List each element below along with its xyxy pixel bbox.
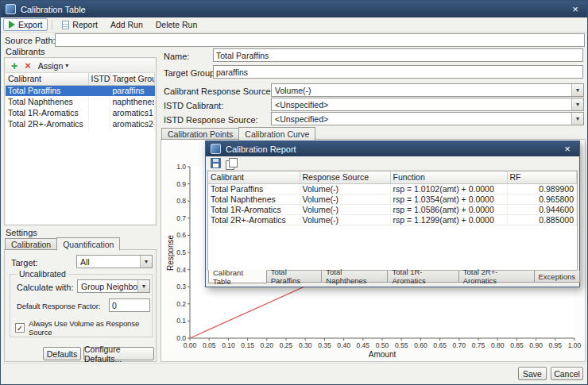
- add-calibrant-icon[interactable]: +: [11, 60, 17, 71]
- report-response-source-cell[interactable]: Volume(-): [300, 183, 390, 194]
- istd-cell[interactable]: [88, 118, 110, 129]
- report-rf-cell[interactable]: 0.944600: [507, 204, 577, 214]
- report-rf-cell[interactable]: 0.965800: [507, 194, 577, 204]
- report-calibrant-cell[interactable]: Total 2R+-Aromatics: [208, 214, 300, 225]
- report-row[interactable]: Total Naphthenes Volume(-) rsp = 1.0354(…: [208, 194, 577, 204]
- delete-run-button[interactable]: Delete Run: [150, 18, 203, 31]
- svg-text:0.50: 0.50: [376, 341, 389, 349]
- istd-cell[interactable]: [88, 107, 110, 118]
- report-function-cell[interactable]: rsp = 1.0354(amt) + 0.0000: [390, 194, 507, 204]
- volume-checkbox-row: ✓ Always Use Volume as Response Source: [15, 319, 152, 337]
- calibrant-response-source-select[interactable]: Volume(-) ▾: [271, 83, 584, 97]
- calibrant-row[interactable]: Total Naphthenes naphthenes: [6, 96, 155, 107]
- report-tab-total-paraffins[interactable]: Total Paraffins: [266, 271, 323, 283]
- report-calibrant-cell[interactable]: Total 1R-Aromatics: [208, 204, 300, 214]
- report-column-response-source[interactable]: Response Source: [300, 171, 390, 183]
- report-dialog-close-icon[interactable]: ×: [560, 142, 574, 156]
- report-response-source-cell[interactable]: Volume(-): [300, 204, 390, 214]
- calibrant-cell[interactable]: Total Naphthenes: [6, 96, 88, 107]
- export-button[interactable]: Export: [3, 18, 48, 31]
- report-tab-exceptions[interactable]: Exceptions: [534, 271, 580, 283]
- report-row[interactable]: Total 1R-Aromatics Volume(-) rsp = 1.058…: [208, 204, 577, 214]
- report-response-source-cell[interactable]: Volume(-): [300, 194, 390, 204]
- source-path-input[interactable]: [55, 33, 585, 47]
- report-function-cell[interactable]: rsp = 1.0102(amt) + 0.0000: [390, 183, 507, 194]
- svg-text:0.25: 0.25: [280, 341, 293, 349]
- tab-calibration[interactable]: Calibration: [5, 238, 57, 250]
- report-response-source-cell[interactable]: Volume(-): [300, 214, 390, 225]
- report-rf-cell[interactable]: 0.885000: [507, 214, 577, 225]
- calculate-with-select[interactable]: Group Neighbor ▾: [77, 279, 150, 293]
- svg-text:0.2: 0.2: [176, 300, 186, 308]
- main-toolbar: Export Report Add Run Delete Run: [1, 17, 587, 33]
- calibrant-cell[interactable]: Total 1R-Aromatics: [6, 107, 88, 118]
- report-row[interactable]: Total Paraffins Volume(-) rsp = 1.0102(a…: [208, 183, 577, 194]
- target-group-cell[interactable]: aromatics1: [110, 107, 155, 118]
- calibrant-row[interactable]: Total 1R-Aromatics aromatics1: [6, 107, 155, 118]
- calibration-table-window: Calibration Table × Export Report Add Ru…: [0, 0, 588, 385]
- save-report-icon[interactable]: [211, 158, 221, 168]
- export-icon: [9, 21, 15, 29]
- report-tabs: Calibrant Table Total Paraffins Total Na…: [208, 271, 579, 283]
- istd-cell[interactable]: [88, 96, 110, 107]
- svg-text:0.30: 0.30: [299, 341, 312, 349]
- column-header-istd[interactable]: ISTD: [88, 73, 110, 85]
- configure-defaults-button[interactable]: Configure Defaults...: [83, 347, 154, 360]
- chart-xlabel: Amount: [190, 350, 574, 359]
- report-column-function[interactable]: Function: [390, 171, 507, 183]
- target-group-cell[interactable]: aromatics2+: [110, 118, 155, 129]
- report-button[interactable]: Report: [56, 18, 103, 31]
- target-group-cell[interactable]: paraffins: [110, 85, 155, 96]
- cancel-button[interactable]: Cancel: [551, 367, 583, 380]
- report-tab-total-1r-aromatics[interactable]: Total 1R-Aromatics: [387, 271, 458, 283]
- name-input[interactable]: [213, 48, 583, 62]
- target-group-cell[interactable]: naphthenes: [110, 96, 155, 107]
- window-close-icon[interactable]: ×: [568, 2, 582, 17]
- tab-calibration-curve[interactable]: Calibration Curve: [238, 127, 315, 141]
- tab-calibration-points[interactable]: Calibration Points: [161, 128, 239, 140]
- column-header-calibrant[interactable]: Calibrant: [6, 73, 88, 85]
- istd-calibrant-value: <Unspecified>: [275, 100, 328, 110]
- report-tab-total-2r-aromatics[interactable]: Total 2R+-Aromatics: [458, 271, 535, 283]
- report-calibrant-cell[interactable]: Total Naphthenes: [208, 194, 300, 204]
- column-header-target-group[interactable]: Target Group: [110, 73, 155, 85]
- uncalibrated-group: Uncalibrated Calculate with: Group Neigh…: [10, 274, 153, 337]
- add-run-button[interactable]: Add Run: [105, 18, 149, 31]
- calibration-report-dialog: Calibration Report × Calibrant Response …: [205, 141, 580, 287]
- istd-calibrant-select[interactable]: <Unspecified> ▾: [271, 98, 584, 111]
- target-group-input[interactable]: [213, 65, 583, 79]
- svg-text:0.60: 0.60: [414, 341, 427, 349]
- save-button[interactable]: Save: [518, 367, 547, 380]
- report-tab-calibrant-table[interactable]: Calibrant Table: [208, 270, 267, 283]
- istd-response-source-select[interactable]: <Unspecified> ▾: [271, 112, 584, 125]
- tab-quantification[interactable]: Quantification: [56, 237, 120, 251]
- report-rf-cell[interactable]: 0.989900: [507, 183, 577, 194]
- report-row[interactable]: Total 2R+-Aromatics Volume(-) rsp = 1.12…: [208, 214, 577, 225]
- calibrant-row[interactable]: Total Paraffins paraffins: [6, 85, 155, 96]
- report-function-cell[interactable]: rsp = 1.0586(amt) + 0.0000: [390, 204, 507, 214]
- default-response-factor-input[interactable]: [109, 298, 150, 312]
- target-select[interactable]: All ▾: [76, 255, 153, 268]
- remove-calibrant-icon[interactable]: ×: [25, 60, 31, 71]
- calibrant-cell[interactable]: Total 2R+-Aromatics: [6, 118, 88, 129]
- calculate-with-value: Group Neighbor: [81, 282, 137, 291]
- report-column-rf[interactable]: RF: [507, 171, 577, 183]
- report-dialog-icon: [211, 144, 221, 154]
- report-toolbar: [207, 156, 578, 171]
- chevron-down-icon: ▾: [65, 62, 68, 69]
- report-calibrant-cell[interactable]: Total Paraffins: [208, 183, 300, 194]
- volume-checkbox[interactable]: ✓: [15, 323, 25, 333]
- assign-dropdown[interactable]: Assign ▾: [38, 61, 69, 71]
- report-tab-total-naphthenes[interactable]: Total Naphthenes: [321, 271, 388, 283]
- report-function-cell[interactable]: rsp = 1.1299(amt) + 0.0000: [390, 214, 507, 225]
- settings-panel: Target: All ▾ Uncalibrated Calculate wit…: [4, 249, 157, 362]
- copy-report-icon[interactable]: [226, 158, 237, 169]
- report-column-calibrant[interactable]: Calibrant: [208, 171, 300, 183]
- calibrant-row[interactable]: Total 2R+-Aromatics aromatics2+: [6, 118, 155, 129]
- chevron-down-icon: ▾: [571, 113, 583, 125]
- defaults-button[interactable]: Defaults: [43, 347, 81, 360]
- svg-text:0.0: 0.0: [176, 334, 186, 342]
- svg-text:0.5: 0.5: [176, 248, 186, 256]
- istd-cell[interactable]: [88, 85, 110, 96]
- calibrant-cell[interactable]: Total Paraffins: [6, 85, 88, 96]
